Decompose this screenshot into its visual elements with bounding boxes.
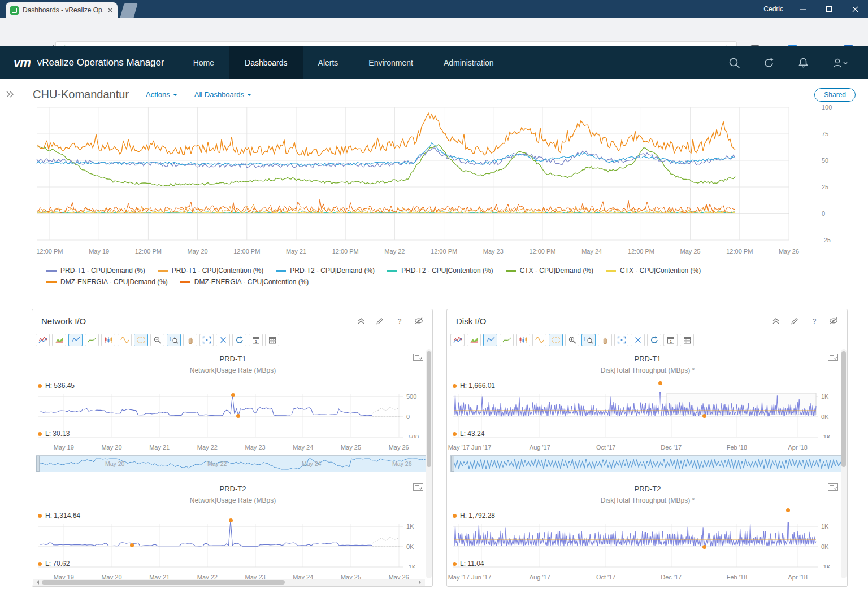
refresh-icon[interactable]: [763, 57, 775, 69]
stacked-chart-icon[interactable]: [52, 334, 66, 346]
x-tick-label: Oct '17: [596, 574, 616, 581]
expand-sidebar-icon[interactable]: [6, 90, 15, 101]
edit-widget-icon[interactable]: [791, 317, 800, 325]
chart-overview-scroller[interactable]: May 20May 22May 24May 26: [36, 455, 430, 472]
nav-item-home[interactable]: Home: [178, 46, 229, 79]
main-chart-svg[interactable]: 1007550250-2512:00 PMMay 1912:00 PMMay 2…: [29, 104, 837, 260]
clear-zoom-icon[interactable]: [216, 334, 230, 346]
zoom-box-icon[interactable]: [167, 334, 181, 346]
help-icon[interactable]: ?: [810, 317, 819, 325]
legend-item[interactable]: DMZ-ENERGIA - CPU|Contention (%): [180, 278, 309, 286]
chart-overview-scroller[interactable]: [450, 455, 845, 472]
chart-settings-icon[interactable]: [828, 353, 838, 363]
nav-item-dashboards[interactable]: Dashboards: [229, 46, 303, 79]
clear-zoom-icon[interactable]: [631, 334, 645, 346]
maximize-button[interactable]: [816, 0, 842, 18]
chart-plot-area[interactable]: 5000-500: [34, 392, 430, 438]
legend-item[interactable]: PRD-T2 - CPU|Demand (%): [276, 267, 375, 274]
scrollbar-thumb[interactable]: [42, 580, 285, 585]
legend-item[interactable]: DMZ-ENERGIA - CPU|Demand (%): [46, 278, 168, 286]
all-dashboards-menu[interactable]: All Dashboards: [194, 90, 251, 99]
chart-settings-icon[interactable]: [413, 353, 423, 363]
zoom-in-icon[interactable]: [565, 334, 579, 346]
vertical-scrollbar[interactable]: [841, 349, 847, 578]
metric-chart-icon[interactable]: [36, 334, 50, 346]
nav-item-environment[interactable]: Environment: [353, 46, 428, 79]
shared-button[interactable]: Shared: [814, 88, 856, 102]
spline-chart-icon[interactable]: [85, 334, 99, 346]
nav-item-administration[interactable]: Administration: [428, 46, 509, 79]
nav-item-alerts[interactable]: Alerts: [303, 46, 354, 79]
y-tick-label: -25: [822, 237, 831, 243]
x-tick-label: 12:00 PM: [135, 248, 162, 255]
metric-chart-icon[interactable]: [450, 334, 465, 346]
svg-text:1: 1: [254, 339, 257, 344]
chart-title: PRD-T2: [447, 485, 847, 493]
pan-icon[interactable]: [183, 334, 197, 346]
legend-item[interactable]: PRD-T1 - CPU|Demand (%): [46, 267, 145, 274]
search-icon[interactable]: [728, 57, 740, 69]
box-select-icon[interactable]: [549, 334, 563, 346]
scrollbar-thumb[interactable]: [841, 351, 846, 467]
candlestick-icon[interactable]: [516, 334, 530, 346]
sine-wave-icon[interactable]: [532, 334, 546, 346]
help-icon[interactable]: ?: [395, 317, 404, 325]
x-tick-label: May 25: [680, 248, 701, 255]
tab-close-icon[interactable]: [107, 7, 113, 13]
spline-chart-icon[interactable]: [500, 334, 514, 346]
zoom-box-icon[interactable]: [581, 334, 596, 346]
x-tick-label: May '17: [448, 444, 470, 451]
scrollbar-thumb[interactable]: [427, 351, 431, 467]
date-range-icon[interactable]: [680, 334, 694, 346]
hide-legend-icon[interactable]: [414, 317, 423, 325]
new-tab-button[interactable]: [120, 3, 137, 18]
collapse-widget-icon[interactable]: [771, 317, 780, 325]
main-cpu-chart[interactable]: 1007550250-2512:00 PMMay 1912:00 PMMay 2…: [29, 104, 837, 263]
horizontal-scrollbar[interactable]: [33, 579, 425, 586]
actions-menu[interactable]: Actions: [146, 90, 177, 99]
x-tick-label: May 22: [197, 444, 218, 451]
chart-plot-area[interactable]: 1K0K-1K: [34, 522, 430, 568]
vertical-scrollbar[interactable]: [426, 349, 432, 578]
scroll-right-icon[interactable]: [419, 580, 423, 585]
box-select-icon[interactable]: [134, 334, 148, 346]
date-icon[interactable]: 1: [249, 334, 263, 346]
close-button[interactable]: [842, 0, 868, 18]
legend-item[interactable]: CTX - CPU|Demand (%): [506, 267, 593, 274]
pan-icon[interactable]: [598, 334, 612, 346]
edit-widget-icon[interactable]: [376, 317, 385, 325]
chart-plot-area[interactable]: 1K0K-1K: [449, 522, 845, 568]
expand-icon[interactable]: [614, 334, 628, 346]
date-icon[interactable]: 1: [663, 334, 678, 346]
x-tick-label: May 19: [89, 248, 109, 255]
line-chart-icon[interactable]: [68, 334, 83, 346]
y-tick-label: -1K: [821, 434, 831, 439]
browser-tab[interactable]: Dashboards - vRealize Op...: [6, 2, 118, 18]
candlestick-icon[interactable]: [101, 334, 115, 346]
panel-header-icons: ?: [357, 317, 423, 325]
sine-wave-icon[interactable]: [118, 334, 132, 346]
user-menu-icon[interactable]: [832, 57, 848, 69]
line-chart-icon[interactable]: [483, 334, 497, 346]
refresh-icon[interactable]: [647, 334, 661, 346]
collapse-widget-icon[interactable]: [357, 317, 366, 325]
overview-left-handle[interactable]: [451, 456, 454, 472]
y-tick-label: 1K: [821, 393, 829, 400]
expand-icon[interactable]: [199, 334, 214, 346]
chart-settings-icon[interactable]: [413, 483, 423, 493]
minimize-button[interactable]: [790, 0, 816, 18]
zoom-in-icon[interactable]: [150, 334, 164, 346]
date-range-icon[interactable]: [265, 334, 279, 346]
refresh-icon[interactable]: [232, 334, 246, 346]
stacked-chart-icon[interactable]: [467, 334, 481, 346]
legend-item[interactable]: CTX - CPU|Contention (%): [606, 267, 701, 274]
overview-left-handle[interactable]: [36, 456, 40, 472]
legend-item[interactable]: PRD-T1 - CPU|Contention (%): [158, 267, 264, 274]
scroll-left-icon[interactable]: [34, 580, 39, 585]
notifications-bell-icon[interactable]: [797, 57, 809, 69]
chart-settings-icon[interactable]: [828, 483, 838, 493]
chart-plot-area[interactable]: 1K0K-1K: [449, 392, 845, 438]
hide-legend-icon[interactable]: [829, 317, 838, 325]
x-tick-label: May 19: [54, 444, 74, 451]
legend-item[interactable]: PRD-T2 - CPU|Contention (%): [387, 267, 493, 274]
